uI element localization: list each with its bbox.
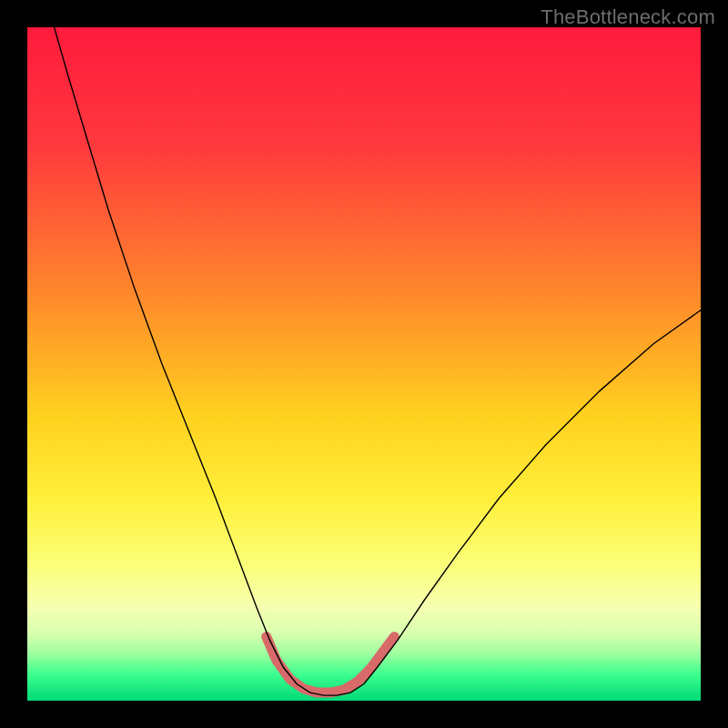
chart-frame: TheBottleneck.com bbox=[0, 0, 728, 728]
valley-highlight-path bbox=[267, 637, 395, 693]
main-curve-path bbox=[55, 27, 701, 695]
plot-area bbox=[27, 27, 701, 701]
curve-layer bbox=[27, 27, 701, 701]
watermark-text: TheBottleneck.com bbox=[541, 5, 715, 29]
